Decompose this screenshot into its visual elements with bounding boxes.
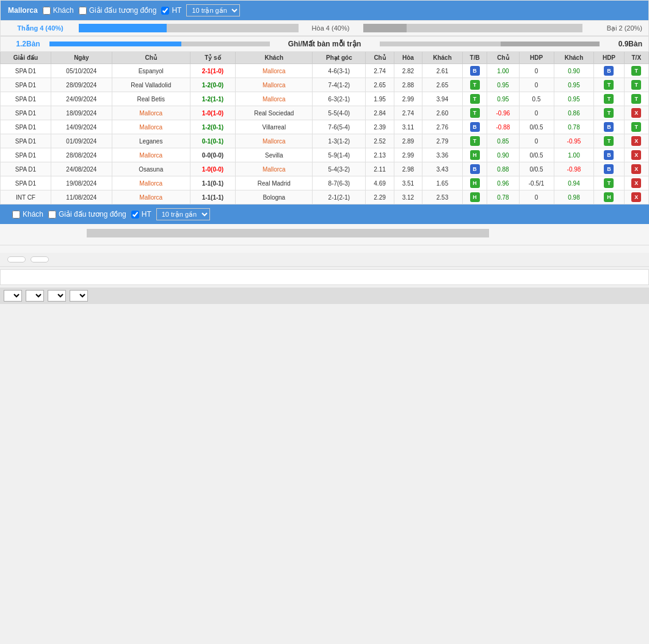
date-cell: 24/08/2024	[51, 162, 112, 176]
date-cell: 05/10/2024	[51, 64, 112, 78]
badge2-cell: T	[594, 176, 624, 190]
away-team: Bologna	[263, 194, 285, 201]
col-o1: Chủ	[366, 52, 394, 64]
badge3-cell: X	[624, 162, 648, 176]
home-cell: Mallorca	[112, 176, 190, 190]
result-badge: T	[604, 108, 614, 118]
date-cell: 24/09/2024	[51, 92, 112, 106]
ban-dau-dropdown-1[interactable]	[26, 290, 44, 302]
home-cell: Leganes	[112, 134, 190, 148]
tyle-taixiu-tab[interactable]	[31, 256, 49, 262]
result-badge: H	[470, 192, 480, 202]
hdp3-cell: 0.95	[554, 78, 594, 92]
date-cell: 11/08/2024	[51, 190, 112, 204]
corners-cell: 6-3(2-1)	[313, 92, 366, 106]
mallorca-dropdown[interactable]: 10 trận gần	[186, 4, 240, 16]
table-row: INT CF 11/08/2024 Mallorca 1-1(1-1) Bolo…	[1, 190, 649, 204]
hdp2-cell: 0	[519, 64, 554, 78]
table-row: SPA D1 01/09/2024 Leganes 0-1(0-1) Mallo…	[1, 134, 649, 148]
odd2-cell: 2.98	[394, 162, 422, 176]
ht-checkbox-label[interactable]: HT	[131, 210, 151, 219]
result-badge: T	[470, 108, 480, 118]
table-row: SPA D1 05/10/2024 Espanyol 2-1(1-0) Mall…	[1, 64, 649, 78]
badge3-cell: T	[624, 92, 648, 106]
away-cell: Villarreal	[236, 120, 313, 134]
hdp1-cell: 0.95	[487, 92, 519, 106]
odd3-cell: 3.94	[422, 92, 463, 106]
result-badge: T	[631, 94, 641, 104]
odd3-cell: 3.43	[422, 162, 463, 176]
away-team[interactable]: Mallorca	[263, 138, 286, 145]
home-team[interactable]: Mallorca	[139, 110, 162, 117]
ban-dau-dropdown-2[interactable]	[70, 290, 88, 302]
result-badge: T	[604, 136, 614, 146]
hdp2-cell: 0/0.5	[519, 120, 554, 134]
home-team: Espanyol	[139, 68, 164, 74]
away-team[interactable]: Mallorca	[263, 96, 286, 103]
odd3-cell: 2.61	[422, 64, 463, 78]
hdp3-cell: -0.98	[554, 162, 594, 176]
date-cell: 14/09/2024	[51, 120, 112, 134]
home-cell: Osasuna	[112, 162, 190, 176]
hdp1-cell: 0.96	[487, 176, 519, 190]
away-team[interactable]: Mallorca	[263, 166, 286, 173]
odd3-cell: 3.36	[422, 148, 463, 162]
away-team[interactable]: Mallorca	[263, 82, 286, 89]
col-h3: Khách	[554, 52, 594, 64]
result-badge: B	[604, 66, 614, 76]
hdp3-cell: 0.94	[554, 176, 594, 190]
league-cell: SPA D1	[1, 106, 51, 120]
result-badge: B	[604, 164, 614, 174]
hdp1-cell: -0.96	[487, 106, 519, 120]
sbobet-dropdown-1[interactable]	[4, 290, 22, 302]
hdp3-cell: 0.86	[554, 106, 594, 120]
odd2-cell: 3.51	[394, 176, 422, 190]
khach-checkbox[interactable]	[12, 211, 20, 219]
col-o2: Hòa	[394, 52, 422, 64]
tyle-chaua-tab[interactable]	[7, 256, 26, 262]
badge3-cell: T	[624, 78, 648, 92]
home-team[interactable]: Mallorca	[139, 180, 162, 187]
corners-cell: 5-9(1-4)	[313, 148, 366, 162]
giai-dau-checkbox[interactable]	[48, 211, 56, 219]
sbobet-dropdown-2[interactable]	[48, 290, 66, 302]
league-cell: SPA D1	[1, 120, 51, 134]
hdp2-cell: 0	[519, 106, 554, 120]
mallorca-goals-right: 0.9Bàn	[600, 40, 642, 48]
away-team[interactable]: Mallorca	[263, 68, 286, 74]
home-team[interactable]: Mallorca	[139, 194, 162, 201]
result-badge: T	[631, 80, 641, 90]
hdp3-cell: 0.98	[554, 190, 594, 204]
result-badge: B	[604, 122, 614, 132]
result-badge: X	[631, 136, 641, 146]
score-cell: 2-1(1-0)	[190, 64, 236, 78]
home-team[interactable]: Mallorca	[139, 124, 162, 131]
home-team: Real Valladolid	[131, 82, 171, 89]
goals-row	[0, 245, 649, 253]
khach-checkbox-label[interactable]: Khách	[12, 210, 43, 219]
badge3-cell: X	[624, 176, 648, 190]
odd2-cell: 3.12	[394, 190, 422, 204]
tyle-tabs	[0, 253, 649, 267]
rayo-stats-bar	[0, 224, 649, 245]
table-row: SPA D1 28/09/2024 Real Valladolid 1-2(0-…	[1, 78, 649, 92]
tran-gan-dropdown[interactable]: 10 trận gần	[156, 208, 210, 220]
odd1-cell: 2.65	[366, 78, 394, 92]
hdp3-cell: 1.00	[554, 148, 594, 162]
badge3-cell: T	[624, 64, 648, 78]
col-t1: HDP	[594, 52, 624, 64]
badge2-cell: B	[594, 148, 624, 162]
badge1-cell: H	[462, 176, 487, 190]
odd1-cell: 2.84	[366, 106, 394, 120]
odd2-cell: 2.89	[394, 134, 422, 148]
home-team[interactable]: Mallorca	[139, 152, 162, 159]
odd1-cell: 2.74	[366, 64, 394, 78]
mallorca-goals-title: Ghi/Mất bàn mỗi trận	[270, 40, 380, 48]
odd1-cell: 2.52	[366, 134, 394, 148]
giai-dau-checkbox-label[interactable]: Giải đấu tương đồng	[48, 210, 126, 219]
badge1-cell: T	[462, 134, 487, 148]
corners-cell: 5-4(3-2)	[313, 162, 366, 176]
hdp3-cell: 0.95	[554, 92, 594, 106]
ht-checkbox[interactable]	[131, 211, 139, 219]
badge1-cell: T	[462, 78, 487, 92]
